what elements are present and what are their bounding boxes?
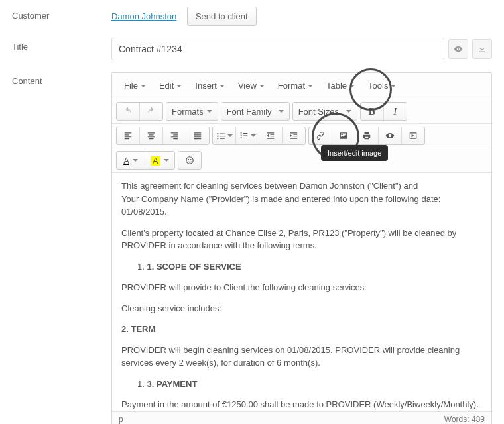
menu-edit[interactable]: Edit xyxy=(153,77,188,95)
content-text: PROVIDER will begin cleaning services on… xyxy=(121,344,482,370)
editor-content[interactable]: This agreement for cleaning services bet… xyxy=(112,173,491,411)
align-justify-icon xyxy=(193,131,202,140)
preview-button-2[interactable] xyxy=(379,127,402,144)
emoticon-button[interactable] xyxy=(178,152,201,169)
print-icon xyxy=(362,131,371,140)
menu-insert[interactable]: Insert xyxy=(188,77,231,95)
outdent-button[interactable] xyxy=(259,127,283,144)
align-center-button[interactable] xyxy=(140,127,163,144)
italic-button[interactable]: I xyxy=(384,103,407,120)
bold-button[interactable]: B xyxy=(361,103,384,120)
media-icon xyxy=(409,131,418,140)
menu-tools[interactable]: Tools xyxy=(361,77,403,95)
caret-icon xyxy=(227,134,233,137)
redo-button[interactable] xyxy=(140,103,162,120)
formats-select[interactable]: Formats xyxy=(166,103,218,120)
caret-icon xyxy=(349,85,355,87)
send-to-client-button[interactable]: Send to client xyxy=(187,7,257,26)
editor-toolbar-1: Formats Font Family Font Sizes B I xyxy=(112,99,491,124)
rich-text-editor: File Edit Insert View Format Table Tools… xyxy=(111,72,492,424)
numbered-list-button[interactable] xyxy=(236,127,259,144)
word-count: Words: 489 xyxy=(444,415,485,424)
caret-icon xyxy=(141,85,146,87)
content-text: Your Company Name ("Provider") is made a… xyxy=(121,194,440,217)
image-icon xyxy=(339,131,348,140)
content-text: PROVIDER will provide to Client the foll… xyxy=(121,281,482,294)
bullet-list-icon xyxy=(216,131,225,140)
indent-icon xyxy=(289,131,298,140)
bg-color-button[interactable]: A xyxy=(145,152,174,169)
editor-menubar: File Edit Insert View Format Table Tools xyxy=(112,73,491,99)
svg-point-1 xyxy=(188,159,189,160)
align-left-icon xyxy=(123,131,133,140)
outdent-icon xyxy=(266,131,275,140)
customer-link[interactable]: Damon Johnston xyxy=(111,11,176,21)
content-text: Payment in the amount of €1250.00 shall … xyxy=(121,398,482,411)
customer-label: Customer xyxy=(12,7,111,21)
content-text: Cleaning service includes: xyxy=(121,302,482,315)
indent-button[interactable] xyxy=(283,127,305,144)
font-size-select[interactable]: Font Sizes xyxy=(293,103,357,120)
menu-file[interactable]: File xyxy=(117,77,153,95)
title-label: Title xyxy=(12,38,111,52)
undo-icon xyxy=(123,107,133,116)
print-button[interactable] xyxy=(355,127,379,144)
content-text: 1. xyxy=(137,379,145,389)
svg-point-2 xyxy=(190,159,192,160)
caret-icon xyxy=(391,85,396,87)
svg-point-0 xyxy=(186,157,193,164)
download-icon xyxy=(477,44,487,54)
align-left-button[interactable] xyxy=(117,127,140,144)
preview-button[interactable] xyxy=(448,39,468,59)
menu-table[interactable]: Table xyxy=(320,77,361,95)
content-text: Client's property located at Chance Elis… xyxy=(121,227,482,252)
link-button[interactable] xyxy=(309,127,332,144)
eye-icon xyxy=(454,44,463,54)
caret-icon xyxy=(207,110,212,113)
content-text: 1. xyxy=(137,262,145,272)
content-text: This agreement for cleaning services bet… xyxy=(121,181,418,191)
tooltip-insert-image: Insert/edit image xyxy=(321,145,388,161)
heading-payment: 3. PAYMENT xyxy=(147,379,197,389)
redo-icon xyxy=(147,107,156,116)
caret-icon xyxy=(308,85,313,87)
download-button[interactable] xyxy=(472,39,492,59)
caret-icon xyxy=(346,110,351,113)
numbered-list-icon xyxy=(239,131,249,140)
element-path: p xyxy=(119,415,123,424)
menu-view[interactable]: View xyxy=(231,77,271,95)
align-justify-button[interactable] xyxy=(186,127,209,144)
caret-icon xyxy=(164,159,169,162)
media-button[interactable] xyxy=(402,127,424,144)
editor-toolbar-3: A A xyxy=(112,148,491,173)
content-label: Content xyxy=(12,72,111,86)
align-right-button[interactable] xyxy=(163,127,186,144)
heading-scope: 1. SCOPE OF SERVICE xyxy=(147,262,241,272)
caret-icon xyxy=(176,85,182,87)
menu-format[interactable]: Format xyxy=(271,77,320,95)
caret-icon xyxy=(251,134,256,137)
caret-icon xyxy=(259,85,265,87)
text-color-button[interactable]: A xyxy=(117,152,145,169)
caret-icon xyxy=(133,159,138,162)
align-right-icon xyxy=(170,131,179,140)
heading-term: 2. TERM xyxy=(121,323,482,336)
caret-icon xyxy=(220,85,225,87)
align-center-icon xyxy=(147,131,156,140)
smiley-icon xyxy=(185,156,194,165)
bullet-list-button[interactable] xyxy=(213,127,236,144)
eye-icon xyxy=(385,131,395,140)
link-icon xyxy=(316,131,325,140)
editor-statusbar: p Words: 489 xyxy=(112,411,491,424)
caret-icon xyxy=(279,110,284,113)
editor-toolbar-2 xyxy=(112,124,491,148)
insert-image-button[interactable] xyxy=(332,127,355,144)
title-input[interactable] xyxy=(111,38,444,60)
undo-button[interactable] xyxy=(117,103,140,120)
font-family-select[interactable]: Font Family xyxy=(221,103,289,120)
